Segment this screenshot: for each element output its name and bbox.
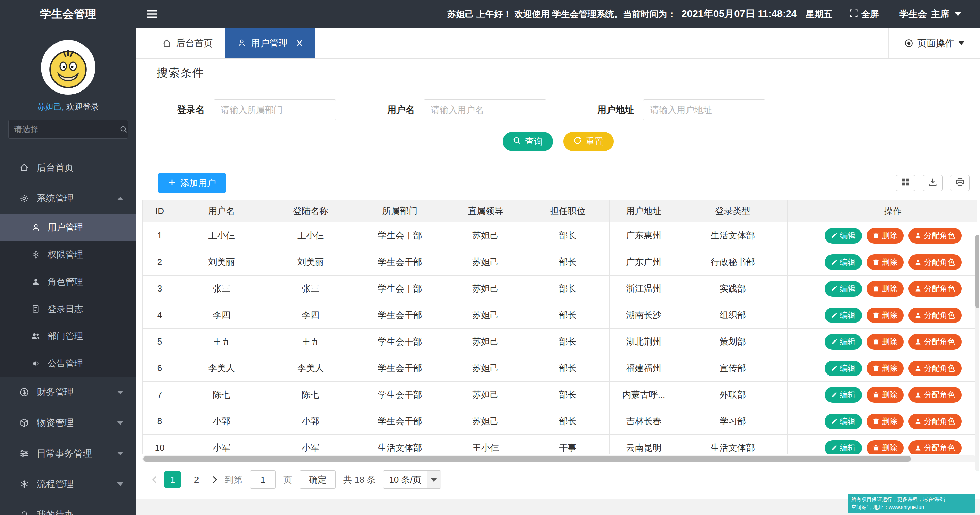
cell-login_type: 生活文体部: [678, 435, 788, 455]
sidebar-item[interactable]: 物资管理: [0, 407, 136, 438]
sidebar-item-label: 系统管理: [37, 192, 73, 204]
per-page-select[interactable]: 10 条/页: [383, 471, 441, 489]
column-toggle-button[interactable]: [896, 175, 915, 191]
pencil-icon: [831, 232, 837, 239]
sidebar-subitem[interactable]: 用户管理: [0, 214, 136, 241]
cell-username: 李四: [177, 302, 266, 329]
assign-role-button[interactable]: 分配角色: [908, 228, 962, 244]
assign-role-button[interactable]: 分配角色: [908, 414, 962, 429]
sidebar-search[interactable]: [8, 120, 128, 139]
vertical-scrollbar[interactable]: [975, 235, 979, 471]
sidebar-item[interactable]: 财务管理: [0, 377, 136, 407]
assign-role-button[interactable]: 分配角色: [908, 281, 962, 296]
cell-actions: 编辑删除分配角色: [810, 355, 977, 382]
tab-bar: 后台首页 用户管理 页面操作: [136, 28, 980, 59]
page-ops-dropdown[interactable]: 页面操作: [888, 28, 980, 58]
sidebar-subitem[interactable]: 公告管理: [0, 350, 136, 377]
sidebar-subitem[interactable]: 登录日志: [0, 295, 136, 322]
cell-leader: 苏妲己: [445, 222, 527, 249]
column-header: 操作: [810, 200, 977, 222]
search-buttons: 查询 重置: [136, 132, 980, 151]
sidebar-subitem[interactable]: 部门管理: [0, 322, 136, 350]
delete-button[interactable]: 删除: [867, 254, 904, 270]
assign-role-button[interactable]: 分配角色: [908, 387, 962, 403]
edit-button[interactable]: 编辑: [825, 228, 862, 244]
edit-button[interactable]: 编辑: [825, 361, 862, 376]
user-icon: [238, 39, 246, 47]
delete-button[interactable]: 删除: [867, 440, 904, 455]
vertical-scrollbar-thumb[interactable]: [975, 235, 979, 308]
snow-icon: [19, 480, 29, 488]
delete-button[interactable]: 删除: [867, 307, 904, 323]
assign-role-button[interactable]: 分配角色: [908, 361, 962, 376]
cell-position: 部长: [527, 329, 609, 355]
sidebar-item[interactable]: 系统管理: [0, 183, 136, 214]
sidebar-subitem[interactable]: 角色管理: [0, 268, 136, 295]
cell-leader: 苏妲己: [445, 302, 527, 329]
confirm-page-button[interactable]: 确定: [300, 471, 336, 489]
goto-page-input[interactable]: [250, 471, 276, 489]
cell-address: 湖南长沙: [609, 302, 678, 329]
next-page-button[interactable]: [212, 476, 217, 483]
delete-button[interactable]: 删除: [867, 414, 904, 429]
assign-role-button[interactable]: 分配角色: [908, 254, 962, 270]
delete-button[interactable]: 删除: [867, 228, 904, 244]
delete-button[interactable]: 删除: [867, 334, 904, 350]
assign-role-button[interactable]: 分配角色: [908, 307, 962, 323]
delete-button[interactable]: 删除: [867, 281, 904, 296]
user-role-dropdown[interactable]: 学生会主席: [899, 8, 961, 20]
edit-button[interactable]: 编辑: [825, 440, 862, 455]
edit-button[interactable]: 编辑: [825, 414, 862, 429]
cell-login_name: 李四: [266, 302, 355, 329]
username-input[interactable]: [423, 99, 546, 120]
assign-role-button[interactable]: 分配角色: [908, 440, 962, 455]
query-button[interactable]: 查询: [503, 132, 553, 151]
edit-button[interactable]: 编辑: [825, 281, 862, 296]
page-1-button[interactable]: 1: [164, 471, 181, 488]
login-name-label: 登录名: [177, 104, 205, 116]
sidebar-item-label: 我的待办: [37, 509, 73, 515]
page-2-button[interactable]: 2: [188, 471, 205, 488]
cell-login_type: 实践部: [678, 276, 788, 302]
login-name-input[interactable]: [213, 99, 336, 120]
edit-button[interactable]: 编辑: [825, 334, 862, 350]
cell-username: 李美人: [177, 355, 266, 382]
chevron-down-icon[interactable]: [427, 471, 441, 488]
print-button[interactable]: [950, 175, 970, 191]
delete-button[interactable]: 删除: [867, 361, 904, 376]
pencil-icon: [831, 259, 837, 265]
per-page-value: 10 条/页: [383, 474, 427, 486]
edit-button[interactable]: 编辑: [825, 307, 862, 323]
tab-user-management[interactable]: 用户管理: [226, 28, 315, 58]
cell-address: 福建福州: [609, 355, 678, 382]
sidebar-search-input[interactable]: [14, 125, 119, 134]
edit-button[interactable]: 编辑: [825, 387, 862, 403]
reset-button[interactable]: 重置: [563, 132, 614, 151]
sidebar-item[interactable]: 流程管理: [0, 469, 136, 499]
close-icon[interactable]: [297, 40, 302, 46]
prev-page-button[interactable]: [152, 476, 157, 483]
export-button[interactable]: [923, 175, 943, 191]
fullscreen-button[interactable]: 全屏: [850, 8, 879, 20]
assign-role-button[interactable]: 分配角色: [908, 334, 962, 350]
hamburger-menu-icon[interactable]: [146, 10, 158, 18]
cell-position: 部长: [527, 222, 609, 249]
delete-button[interactable]: 删除: [867, 387, 904, 403]
cell-address: 内蒙古呼...: [609, 382, 678, 408]
cell-actions: 编辑删除分配角色: [810, 408, 977, 435]
cell-empty: [788, 276, 810, 302]
edit-button[interactable]: 编辑: [825, 254, 862, 270]
sidebar-subitem[interactable]: 权限管理: [0, 241, 136, 268]
cell-leader: 苏妲己: [445, 329, 527, 355]
address-input[interactable]: [643, 99, 765, 120]
tab-home[interactable]: 后台首页: [150, 28, 226, 58]
cell-position: 部长: [527, 382, 609, 408]
cell-login_type: 学习部: [678, 408, 788, 435]
horizontal-scrollbar[interactable]: [142, 455, 977, 462]
sidebar-item[interactable]: 我的待办: [0, 499, 136, 515]
horizontal-scrollbar-thumb[interactable]: [143, 456, 911, 461]
add-user-button[interactable]: 添加用户: [158, 173, 226, 193]
sidebar-item[interactable]: 后台首页: [0, 152, 136, 183]
sidebar-item[interactable]: 日常事务管理: [0, 438, 136, 469]
cell-empty: [788, 329, 810, 355]
